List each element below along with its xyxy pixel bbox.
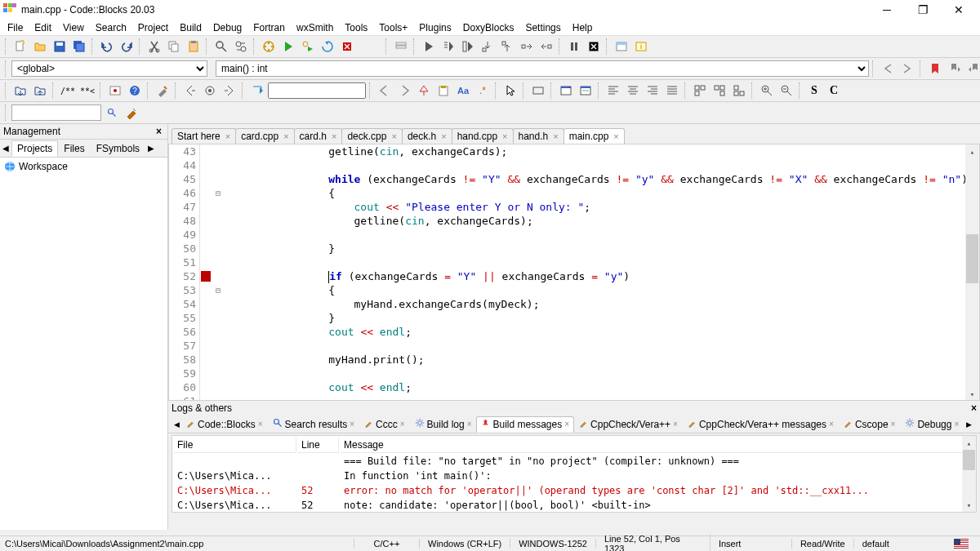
open-file-icon[interactable] — [31, 38, 49, 56]
arrow-right-icon[interactable] — [395, 82, 413, 100]
menu-tools[interactable]: Tools — [339, 20, 373, 35]
close-tab-icon[interactable]: × — [553, 131, 558, 141]
stop-debug-icon[interactable] — [585, 38, 603, 56]
file-tab-hand-h[interactable]: hand.h× — [513, 128, 564, 144]
log-header-line[interactable]: Line — [298, 438, 339, 453]
bookmark-next-icon[interactable] — [965, 60, 980, 78]
build-message-row[interactable]: === Build file: "no target" in "no proje… — [174, 455, 974, 468]
editor-vscroll[interactable]: ▴ ▾ — [965, 144, 979, 401]
build-message-row[interactable]: C:\Users\Mica...In function 'int main()'… — [174, 469, 974, 482]
mgmt-tab-projects[interactable]: Projects — [11, 140, 58, 157]
build-messages-list[interactable]: FileLineMessage === Build file: "no targ… — [172, 435, 977, 513]
mgmt-tab-prev[interactable]: ◀ — [0, 144, 11, 153]
menu-project[interactable]: Project — [132, 20, 174, 35]
log-tab-debugg[interactable]: Debugg× — [900, 415, 964, 433]
jump-back-icon[interactable] — [181, 82, 199, 100]
break-debug-icon[interactable] — [565, 38, 583, 56]
target-select-icon[interactable] — [392, 38, 410, 56]
menu-debug[interactable]: Debug — [207, 20, 247, 35]
workspace-tree-item[interactable]: Workspace — [2, 160, 165, 173]
close-log-tab-icon[interactable]: × — [350, 420, 354, 429]
menu-fortran[interactable]: Fortran — [247, 20, 291, 35]
close-tab-icon[interactable]: × — [225, 131, 230, 141]
target-input[interactable] — [268, 82, 366, 99]
last-jump-icon[interactable] — [201, 82, 219, 100]
menu-doxyblocks[interactable]: DoxyBlocks — [457, 20, 520, 35]
info-icon[interactable]: i — [632, 38, 650, 56]
mgmt-tab-fsymbols[interactable]: FSymbols — [91, 140, 145, 157]
close-window-button[interactable]: ✕ — [947, 2, 970, 18]
run-icon[interactable] — [279, 38, 297, 56]
log-tab-build-messages[interactable]: Build messages× — [476, 416, 574, 433]
clipboard-icon[interactable] — [434, 82, 452, 100]
file-tab-main-cpp[interactable]: main.cpp× — [564, 128, 625, 144]
menu-help[interactable]: Help — [567, 20, 599, 35]
close-log-tab-icon[interactable]: × — [954, 420, 959, 429]
redo-icon[interactable] — [118, 38, 136, 56]
save-icon[interactable] — [51, 38, 69, 56]
function-select[interactable]: main() : int — [216, 60, 869, 77]
file-tab-card-cpp[interactable]: card.cpp× — [235, 128, 294, 144]
arrow-up-red-icon[interactable] — [415, 82, 433, 100]
find-icon[interactable] — [212, 38, 230, 56]
menu-edit[interactable]: Edit — [29, 20, 57, 35]
close-log-tab-icon[interactable]: × — [829, 420, 834, 429]
menu-settings[interactable]: Settings — [519, 20, 566, 35]
save-all-icon[interactable] — [70, 38, 88, 56]
comment-block-icon[interactable]: /** — [59, 82, 77, 100]
management-close-icon[interactable]: × — [154, 126, 164, 137]
mgmt-tab-next[interactable]: ▶ — [145, 144, 157, 153]
close-tab-icon[interactable]: × — [283, 131, 288, 141]
doxy-help-icon[interactable]: ? — [126, 82, 144, 100]
class-icon[interactable]: C — [825, 82, 843, 100]
next-line-icon[interactable] — [459, 38, 477, 56]
log-tab-search-results[interactable]: Search results× — [268, 415, 360, 433]
zoom-out-icon[interactable] — [777, 82, 795, 100]
grid2-icon[interactable] — [710, 82, 728, 100]
undo-icon[interactable] — [98, 38, 116, 56]
quick-search-icon[interactable] — [103, 104, 121, 122]
build-message-row[interactable]: C:\Users\Mica...52error: no match for 'o… — [174, 484, 974, 497]
new-file-icon[interactable] — [11, 38, 29, 56]
bookmark-icon[interactable] — [926, 60, 944, 78]
mgmt-tab-files[interactable]: Files — [58, 140, 90, 157]
close-log-tab-icon[interactable]: × — [258, 420, 263, 429]
build-run-icon[interactable] — [299, 38, 317, 56]
file-tab-deck-h[interactable]: deck.h× — [402, 128, 452, 144]
bookmark-prev-icon[interactable] — [946, 60, 964, 78]
logs-tab-prev[interactable]: ◀ — [172, 420, 181, 429]
logs-vscroll[interactable]: ▴ ▾ — [962, 436, 976, 512]
doxy-run-icon[interactable] — [106, 82, 124, 100]
menu-build[interactable]: Build — [174, 20, 207, 35]
close-log-tab-icon[interactable]: × — [564, 420, 569, 429]
doxy-config-icon[interactable] — [154, 82, 172, 100]
menu-view[interactable]: View — [57, 20, 90, 35]
menu-file[interactable]: File — [2, 20, 29, 35]
close-tab-icon[interactable]: × — [332, 131, 336, 141]
log-tab-build-log[interactable]: Build log× — [410, 415, 477, 433]
form2-icon[interactable] — [577, 82, 595, 100]
close-tab-icon[interactable]: × — [391, 131, 396, 141]
cursor-icon[interactable] — [501, 82, 519, 100]
source-icon[interactable]: S — [805, 82, 823, 100]
file-tab-start-here[interactable]: Start here× — [172, 128, 236, 144]
close-tab-icon[interactable]: × — [613, 131, 618, 141]
rebuild-icon[interactable] — [318, 38, 336, 56]
paste-icon[interactable] — [185, 38, 203, 56]
grid1-icon[interactable] — [691, 82, 709, 100]
scope-select[interactable]: <global> — [11, 60, 207, 77]
build-message-row[interactable]: C:\Users\Mica...52note: candidate: 'oper… — [174, 499, 974, 512]
form-icon[interactable] — [557, 82, 575, 100]
file-tab-card-h[interactable]: card.h× — [294, 128, 343, 144]
log-tab-cppcheck-vera-messages[interactable]: CppCheck/Vera++ messages× — [683, 416, 839, 433]
menu-tools[interactable]: Tools+ — [373, 20, 413, 35]
align-right-icon[interactable] — [644, 82, 662, 100]
build-icon[interactable] — [260, 38, 278, 56]
minimize-button[interactable]: ─ — [875, 2, 898, 18]
close-log-tab-icon[interactable]: × — [467, 420, 472, 429]
debug-windows-icon[interactable] — [612, 38, 630, 56]
quick-search-opts-icon[interactable] — [122, 104, 140, 122]
comment-line-icon[interactable]: **< — [78, 82, 96, 100]
nav-back-icon[interactable] — [879, 60, 897, 78]
align-left-icon[interactable] — [604, 82, 622, 100]
